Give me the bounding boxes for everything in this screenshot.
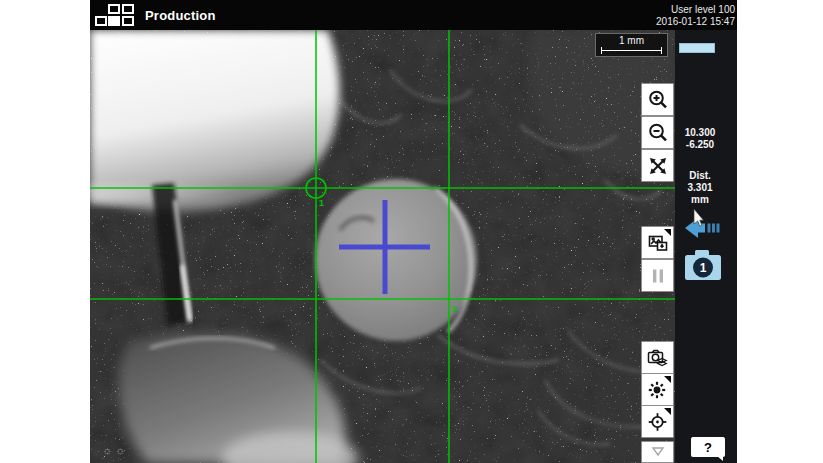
- sidebar: 10.300 -6.250 Dist. 3.301 mm 1: [675, 30, 737, 463]
- marker-1-label: 1: [319, 198, 324, 208]
- capture-image-button[interactable]: 1: [683, 248, 723, 286]
- move-left-arrow-icon: [682, 209, 724, 244]
- submenu-corner-icon: [664, 408, 671, 415]
- pause-icon: [646, 264, 670, 288]
- measure-point-2-marker: 2: [452, 304, 457, 314]
- zoom-out-icon: [646, 121, 670, 145]
- submenu-corner-icon: [664, 376, 671, 383]
- camera-icon: 1: [683, 248, 723, 286]
- datetime-label: 2016-01-12 15:47: [656, 16, 735, 28]
- capture-count: 1: [700, 261, 707, 275]
- help-label: ?: [704, 440, 712, 455]
- zoom-out-button[interactable]: [641, 116, 674, 149]
- scale-bar-label: 1 mm: [596, 35, 667, 46]
- zoom-in-icon: [646, 88, 670, 112]
- page-title: Production: [145, 8, 216, 23]
- camera-layers-icon: [646, 346, 670, 370]
- focus-target-button[interactable]: [641, 405, 674, 438]
- expand-arrows-icon: [646, 154, 670, 178]
- session-info: User level 100 2016-01-12 15:47: [656, 3, 737, 28]
- fit-view-button[interactable]: [641, 149, 674, 182]
- collapse-more-button[interactable]: [641, 441, 674, 463]
- logo-square: [122, 16, 134, 26]
- distance-value: 3.301: [675, 182, 725, 194]
- camera-settings-button[interactable]: [641, 341, 674, 374]
- marker-2-label: 2: [452, 304, 457, 314]
- title-bar: Production User level 100 2016-01-12 15:…: [90, 0, 737, 30]
- distance-readout: Dist. 3.301 mm: [675, 170, 737, 206]
- distance-unit: mm: [675, 194, 725, 206]
- pointer-tool-button[interactable]: [682, 209, 724, 244]
- distance-label: Dist.: [675, 170, 725, 182]
- status-sparkle-icons: ☼☼: [102, 444, 128, 456]
- pause-button[interactable]: [641, 259, 674, 292]
- zoom-in-button[interactable]: [641, 83, 674, 116]
- logo-square: [95, 16, 107, 26]
- position-x-value: 10.300: [675, 127, 725, 139]
- brightness-button[interactable]: [641, 373, 674, 406]
- stage-position-readout: 10.300 -6.250: [675, 127, 737, 151]
- app-logo-icon: [95, 3, 135, 27]
- position-y-value: -6.250: [675, 139, 725, 151]
- logo-square: [122, 4, 134, 14]
- scale-bar: 1 mm: [595, 33, 668, 57]
- progress-indicator: [679, 43, 715, 53]
- microscope-live-image: 1 2: [90, 30, 675, 463]
- help-button[interactable]: ?: [691, 437, 725, 457]
- scale-bar-line: [601, 47, 662, 54]
- user-level-label: User level 100: [656, 4, 735, 16]
- submenu-corner-icon: [664, 229, 671, 236]
- camera-viewport[interactable]: 1 2 1 mm ☼☼: [90, 30, 675, 463]
- triangle-down-icon: [648, 444, 668, 460]
- image-snapshot-button[interactable]: [641, 226, 674, 259]
- logo-square: [108, 4, 120, 14]
- app-window: Production User level 100 2016-01-12 15:…: [90, 0, 737, 463]
- logo-square-filled: [108, 16, 120, 26]
